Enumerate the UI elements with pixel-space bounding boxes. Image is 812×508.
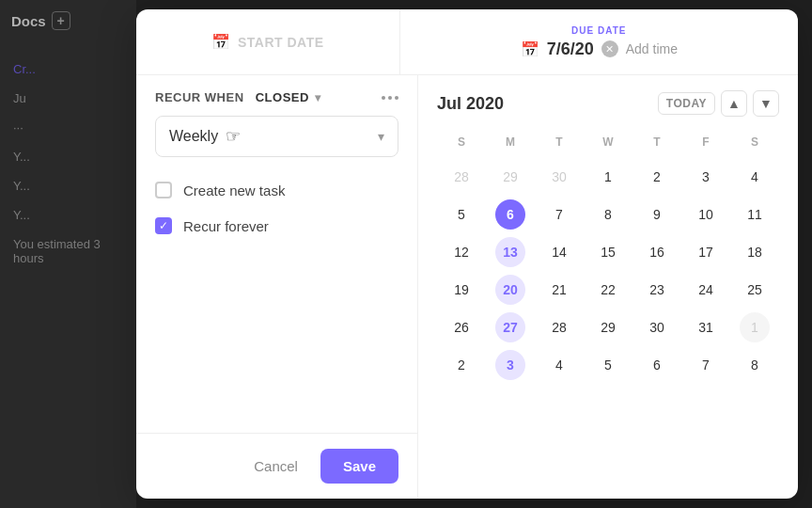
calendar-day[interactable]: 1 [584,158,632,196]
calendar-day[interactable]: 22 [584,271,632,309]
today-button[interactable]: TODAY [658,92,715,115]
calendar-day[interactable]: 3 [486,346,535,384]
calendar-day[interactable]: 29 [486,158,535,196]
calendar-panel: Jul 2020 TODAY ▲ ▼ S M T W T F S [418,75,798,499]
calendar-day[interactable]: 27 [486,309,535,346]
start-date-calendar-icon: 📅 [211,33,230,51]
dialog-body: RECUR WHEN CLOSED ▾ Weekly ☞ ▾ [136,75,798,499]
due-date-text: 7/6/20 [547,40,594,59]
calendar-day[interactable]: 21 [535,271,584,309]
calendar-month-year: Jul 2020 [437,94,504,114]
frequency-chevron-icon: ▾ [378,129,384,144]
calendar-day[interactable]: 8 [584,196,632,233]
calendar-day[interactable]: 5 [437,196,486,233]
calendar-day[interactable]: 29 [584,309,632,346]
start-date-section[interactable]: 📅 START DATE [136,9,400,74]
calendar-day[interactable]: 24 [681,271,730,309]
calendar-day[interactable]: 20 [486,271,535,309]
date-picker-dialog: 📅 START DATE DUE DATE 📅 7/6/20 ✕ Add tim… [136,9,798,499]
calendar-day[interactable]: 30 [632,309,681,346]
calendar-day[interactable]: 11 [730,196,779,233]
recur-title-part1: RECUR WHEN [155,90,244,104]
day-header-sat: S [730,132,779,158]
calendar-day[interactable]: 3 [681,158,730,196]
calendar-day[interactable]: 14 [535,233,584,271]
frequency-dropdown[interactable]: Weekly ☞ ▾ [155,116,398,157]
calendar-day[interactable]: 23 [632,271,681,309]
cancel-button[interactable]: Cancel [242,451,309,482]
day-header-wed: W [584,132,632,158]
frequency-text: Weekly [169,128,218,145]
due-date-section[interactable]: DUE DATE 📅 7/6/20 ✕ Add time [400,9,798,74]
day-header-tue: T [535,132,584,158]
create-new-task-label: Create new task [183,183,285,198]
day-header-thu: T [632,132,681,158]
calendar-day[interactable]: 18 [730,233,779,271]
day-header-sun: S [437,132,486,158]
calendar-day[interactable]: 28 [535,309,584,346]
add-time-button[interactable]: Add time [626,41,678,56]
calendar-day[interactable]: 1 [730,309,779,346]
dialog-header: 📅 START DATE DUE DATE 📅 7/6/20 ✕ Add tim… [136,9,798,75]
calendar-nav: Jul 2020 TODAY ▲ ▼ [437,90,779,117]
calendar-day[interactable]: 13 [486,233,535,271]
create-new-task-row: Create new task [136,172,417,208]
due-date-value-row: 📅 7/6/20 ✕ Add time [521,40,678,59]
calendar-day[interactable]: 10 [681,196,730,233]
recur-chevron-icon[interactable]: ▾ [315,91,321,104]
save-button[interactable]: Save [320,449,398,484]
dot-1 [382,96,385,100]
calendar-day[interactable]: 19 [437,271,486,309]
recur-forever-label: Recur forever [183,218,269,234]
calendar-day[interactable]: 4 [535,346,584,384]
recur-more-button[interactable] [382,96,398,100]
calendar-day[interactable]: 30 [535,158,584,196]
calendar-day[interactable]: 15 [584,233,632,271]
calendar-day[interactable]: 17 [681,233,730,271]
calendar-day[interactable]: 12 [437,233,486,271]
calendar-grid: S M T W T F S 28293012345678910111213141… [437,132,779,384]
prev-month-button[interactable]: ▲ [721,90,747,117]
due-date-clear-button[interactable]: ✕ [601,40,618,57]
frequency-label: Weekly ☞ [169,126,241,147]
cursor-icon: ☞ [226,126,241,147]
calendar-day[interactable]: 25 [730,271,779,309]
dot-2 [388,96,392,100]
day-header-mon: M [486,132,535,158]
day-header-fri: F [681,132,730,158]
calendar-day[interactable]: 5 [584,346,632,384]
calendar-day[interactable]: 4 [730,158,779,196]
calendar-day[interactable]: 26 [437,309,486,346]
calendar-day[interactable]: 31 [681,309,730,346]
recur-forever-row: ✓ Recur forever [136,208,417,244]
calendar-day[interactable]: 6 [632,346,681,384]
calendar-day[interactable]: 16 [632,233,681,271]
calendar-day[interactable]: 7 [535,196,584,233]
due-date-calendar-icon: 📅 [521,40,539,58]
recur-title: RECUR WHEN CLOSED ▾ [155,90,320,104]
create-new-task-checkbox[interactable] [155,182,172,198]
calendar-day[interactable]: 2 [632,158,681,196]
recur-header: RECUR WHEN CLOSED ▾ [136,75,417,116]
next-month-button[interactable]: ▼ [753,90,779,117]
calendar-day[interactable]: 8 [730,346,779,384]
dot-3 [395,96,398,100]
calendar-day[interactable]: 2 [437,346,486,384]
recur-forever-checkbox[interactable]: ✓ [155,217,172,234]
left-panel: RECUR WHEN CLOSED ▾ Weekly ☞ ▾ [136,75,418,499]
calendar-nav-right: TODAY ▲ ▼ [658,90,779,117]
calendar-day[interactable]: 7 [681,346,730,384]
start-date-label: START DATE [238,35,324,50]
calendar-day[interactable]: 28 [437,158,486,196]
due-date-top-label: DUE DATE [571,25,626,36]
recur-title-part2: CLOSED [256,90,309,104]
calendar-day[interactable]: 9 [632,196,681,233]
calendar-day[interactable]: 6 [486,196,535,233]
dialog-footer: Cancel Save [136,433,417,499]
